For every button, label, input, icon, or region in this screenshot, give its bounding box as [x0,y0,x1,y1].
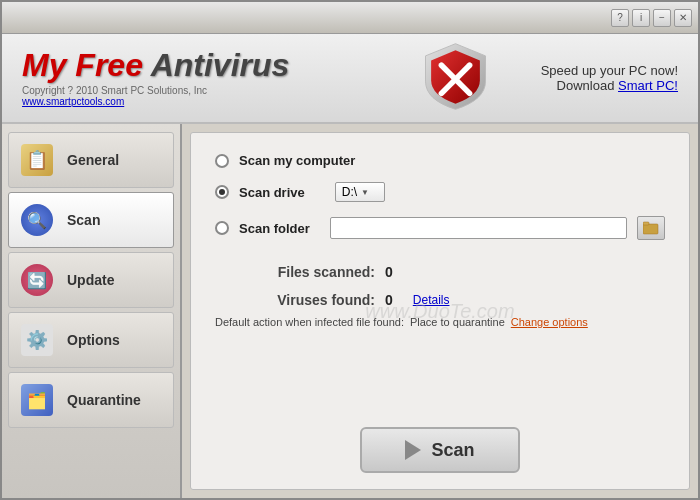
drive-select-dropdown[interactable]: D:\ ▼ [335,182,385,202]
default-action-row: Default action when infected file found:… [215,316,665,328]
radio-scan-computer[interactable] [215,154,229,168]
scan-button-label: Scan [431,440,474,461]
folder-path-input[interactable] [330,217,627,239]
info-button[interactable]: i [632,9,650,27]
options-icon: ⚙️ [19,322,55,358]
scan-button[interactable]: Scan [360,427,520,473]
svg-rect-3 [643,222,649,225]
header: My Free Antivirus Copyright ? 2010 Smart… [2,34,698,124]
scan-drive-label: Scan drive [239,185,305,200]
promo-line2: Download Smart PC! [541,78,678,93]
content-panel: www.DuoTe.com Scan my computer Scan driv… [190,132,690,490]
quarantine-icon: 🗂️ [19,382,55,418]
title-my: My [22,47,75,83]
shield-logo [418,39,498,119]
default-action-value: Place to quarantine [410,316,505,328]
update-icon: 🔄 [19,262,55,298]
header-promo: Speed up your PC now! Download Smart PC! [541,63,678,93]
main-window: ? i − ✕ My Free Antivirus Copyright ? 20… [0,0,700,500]
sidebar-label-update: Update [67,272,114,288]
title-bar: ? i − ✕ [2,2,698,34]
scan-button-row: Scan [191,427,689,473]
scan-option-computer-row: Scan my computer [215,153,665,168]
folder-browse-button[interactable] [637,216,665,240]
sidebar-label-scan: Scan [67,212,100,228]
files-scanned-row: Files scanned: 0 [255,264,665,280]
help-button[interactable]: ? [611,9,629,27]
title-antivirus: Antivirus [151,47,290,83]
radio-scan-folder[interactable] [215,221,229,235]
scan-options: Scan my computer Scan drive D:\ ▼ [215,153,665,240]
close-button[interactable]: ✕ [674,9,692,27]
files-scanned-label: Files scanned: [255,264,375,280]
smart-pc-link[interactable]: Smart PC! [618,78,678,93]
viruses-found-row: Viruses found: 0 Details [255,292,665,308]
scan-computer-label: Scan my computer [239,153,355,168]
copyright-text: Copyright ? 2010 Smart PC Solutions, Inc [22,85,289,96]
sidebar-label-general: General [67,152,119,168]
svg-rect-2 [643,224,658,234]
sidebar: 📋 General 🔍 Scan 🔄 Update ⚙️ [2,124,182,498]
sidebar-item-options[interactable]: ⚙️ Options [8,312,174,368]
download-text: Download [557,78,618,93]
sidebar-item-general[interactable]: 📋 General [8,132,174,188]
title-bar-buttons: ? i − ✕ [611,9,692,27]
title-free: Free [75,47,150,83]
drive-value: D:\ [342,185,357,199]
website-link[interactable]: www.smartpctools.com [22,96,289,107]
sidebar-item-update[interactable]: 🔄 Update [8,252,174,308]
radio-scan-drive[interactable] [215,185,229,199]
app-title: My Free Antivirus [22,49,289,81]
scan-folder-label: Scan folder [239,221,310,236]
scan-stats: Files scanned: 0 Viruses found: 0 Detail… [255,264,665,308]
scan-option-drive-row: Scan drive D:\ ▼ [215,182,665,202]
sidebar-label-quarantine: Quarantine [67,392,141,408]
scan-icon: 🔍 [19,202,55,238]
viruses-found-label: Viruses found: [255,292,375,308]
dropdown-arrow-icon: ▼ [361,188,369,197]
viruses-found-value: 0 [385,292,393,308]
folder-icon [643,221,659,235]
scan-option-folder-row: Scan folder [215,216,665,240]
header-branding: My Free Antivirus Copyright ? 2010 Smart… [22,49,289,107]
sidebar-item-scan[interactable]: 🔍 Scan [8,192,174,248]
files-scanned-value: 0 [385,264,393,280]
minimize-button[interactable]: − [653,9,671,27]
change-options-link[interactable]: Change options [511,316,588,328]
play-icon [405,440,421,460]
promo-line1: Speed up your PC now! [541,63,678,78]
sidebar-label-options: Options [67,332,120,348]
sidebar-item-quarantine[interactable]: 🗂️ Quarantine [8,372,174,428]
main-content: 📋 General 🔍 Scan 🔄 Update ⚙️ [2,124,698,498]
general-icon: 📋 [19,142,55,178]
default-action-label: Default action when infected file found: [215,316,404,328]
details-link[interactable]: Details [413,293,450,307]
